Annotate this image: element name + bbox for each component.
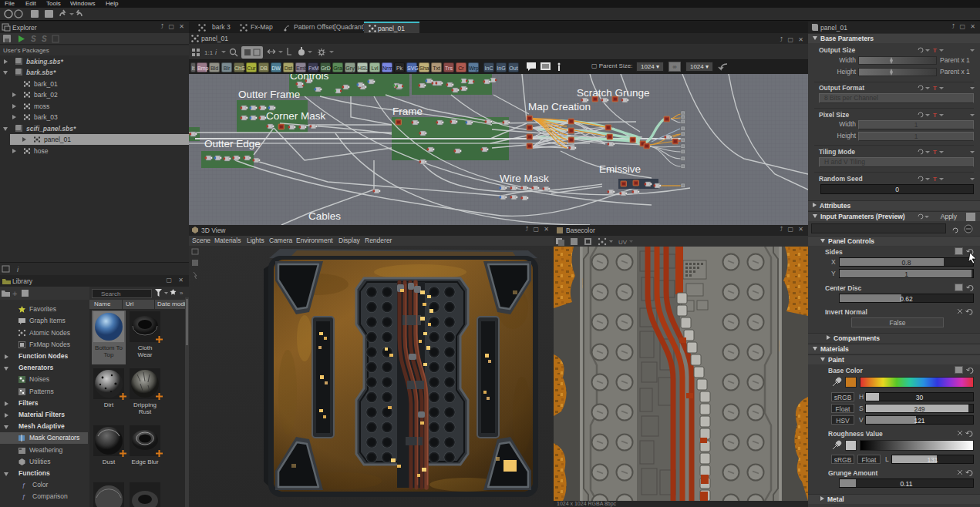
svg-text:ƒ: ƒ bbox=[22, 482, 25, 489]
svg-text:ƒ: ƒ bbox=[22, 493, 25, 500]
svg-text:+: + bbox=[12, 289, 17, 298]
svg-text:UV: UV bbox=[618, 239, 628, 246]
svg-text:Frame: Frame bbox=[392, 106, 423, 117]
svg-text:Outter Frame: Outter Frame bbox=[238, 89, 300, 100]
svg-text:Outter Edge: Outter Edge bbox=[204, 138, 261, 149]
svg-text:Map Creation: Map Creation bbox=[528, 101, 591, 112]
svg-text:T: T bbox=[933, 85, 937, 92]
svg-text:T: T bbox=[933, 176, 937, 183]
svg-text:i: i bbox=[17, 266, 19, 274]
svg-text:Emissive: Emissive bbox=[599, 163, 641, 175]
svg-text:»: » bbox=[180, 290, 184, 297]
svg-text:Wire Mask: Wire Mask bbox=[500, 173, 549, 184]
svg-text:Cables: Cables bbox=[308, 210, 341, 222]
svg-text:T: T bbox=[933, 149, 937, 156]
svg-text:S: S bbox=[31, 35, 36, 43]
svg-text:Controls: Controls bbox=[290, 74, 329, 82]
svg-text:T: T bbox=[933, 47, 937, 54]
svg-text:1:1: 1:1 bbox=[204, 49, 214, 56]
svg-text:S: S bbox=[42, 35, 47, 43]
svg-text:Scratch Grunge: Scratch Grunge bbox=[577, 87, 650, 99]
svg-text:Corner Mask: Corner Mask bbox=[266, 110, 326, 122]
svg-text:i: i bbox=[215, 49, 217, 56]
svg-text:T: T bbox=[933, 112, 937, 119]
